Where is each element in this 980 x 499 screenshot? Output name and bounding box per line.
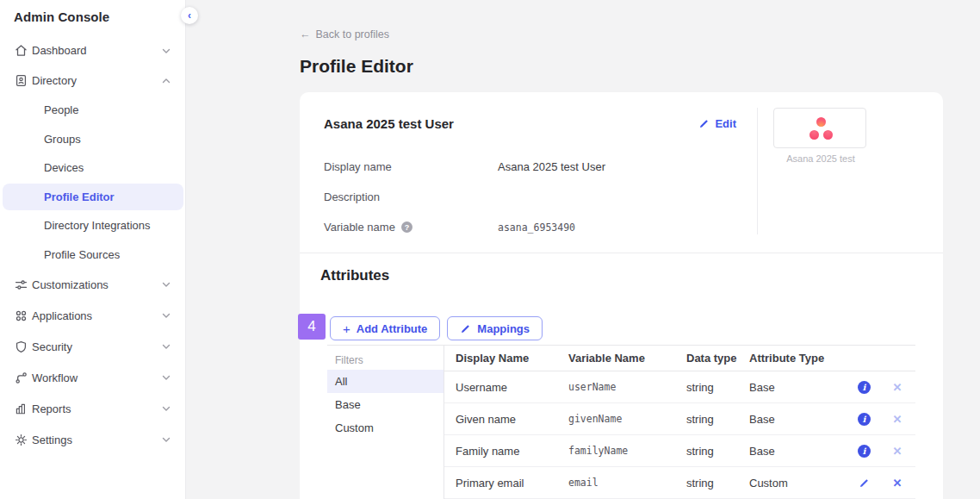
sidebar-nav: Dashboard Directory People Groups Device…: [0, 35, 185, 455]
sidebar-item-devices[interactable]: Devices: [0, 153, 185, 183]
sidebar-item-directory-integrations[interactable]: Directory Integrations: [0, 211, 185, 240]
edit-icon[interactable]: [859, 477, 870, 489]
sidebar-item-label: Devices: [44, 161, 84, 174]
sidebar-item-people[interactable]: People: [0, 96, 185, 125]
chevron-down-icon: [161, 403, 171, 414]
cell-attribute-type: Base: [749, 381, 848, 394]
column-header-display-name: Display Name: [456, 352, 568, 365]
info-icon[interactable]: i: [858, 413, 871, 426]
chevron-left-icon: ‹: [188, 10, 191, 21]
cell-variable-name: email: [568, 477, 686, 489]
sidebar-item-reports[interactable]: Reports: [0, 393, 185, 424]
field-label: Description: [324, 190, 498, 203]
sidebar-item-profile-sources[interactable]: Profile Sources: [0, 240, 185, 270]
sidebar-item-security[interactable]: Security: [0, 331, 185, 362]
cell-variable-name: familyName: [568, 445, 686, 457]
sidebar-item-label: Customizations: [32, 278, 161, 291]
pencil-icon: [698, 118, 710, 129]
cell-attribute-type: Custom: [749, 477, 848, 490]
table-row: Primary email email string Custom ✕: [444, 467, 915, 499]
chevron-down-icon: [161, 279, 171, 290]
remove-icon[interactable]: ✕: [893, 477, 902, 489]
cell-data-type: string: [686, 413, 749, 426]
back-link-label: Back to profiles: [316, 28, 389, 41]
cell-display-name: Given name: [456, 413, 568, 426]
plus-icon: +: [343, 322, 350, 335]
field-label: Variable name: [324, 221, 395, 234]
back-to-profiles-link[interactable]: ← Back to profiles: [300, 28, 389, 41]
sidebar-item-directory[interactable]: Directory: [0, 65, 185, 96]
pencil-icon: [460, 323, 471, 334]
home-icon: [13, 43, 28, 59]
cell-display-name: Username: [456, 381, 568, 394]
sidebar-item-settings[interactable]: Settings: [0, 424, 185, 455]
field-variable-name: Variable name ? asana_6953490: [324, 212, 736, 242]
column-header-attribute-type: Attribute Type: [749, 352, 848, 365]
filters-panel: Filters All Base Custom: [327, 346, 444, 499]
mappings-label: Mappings: [477, 322, 530, 335]
sidebar-item-label: Workflow: [32, 371, 161, 384]
app-title: Admin Console: [0, 0, 185, 24]
profile-summary: Asana 2025 test User Edit Display name A…: [300, 92, 943, 253]
sidebar-item-profile-editor[interactable]: Profile Editor: [3, 184, 183, 211]
table-row: Username userName string Base i ✕: [444, 371, 915, 403]
sidebar-item-dashboard[interactable]: Dashboard: [0, 35, 185, 65]
mappings-button[interactable]: Mappings: [447, 316, 543, 340]
cell-variable-name: givenName: [568, 413, 686, 425]
remove-icon[interactable]: ✕: [893, 446, 902, 457]
page-title: Profile Editor: [300, 55, 943, 77]
table-row: Family name familyName string Base i ✕: [444, 435, 915, 467]
add-attribute-button[interactable]: + Add Attribute: [330, 316, 440, 340]
sidebar-item-groups[interactable]: Groups: [0, 125, 185, 154]
profile-name-heading: Asana 2025 test User: [324, 116, 454, 131]
sidebar-item-label: Directory Integrations: [44, 219, 151, 232]
remove-icon[interactable]: ✕: [893, 414, 902, 425]
add-attribute-label: Add Attribute: [357, 322, 428, 335]
info-icon[interactable]: i: [858, 445, 871, 458]
cell-attribute-type: Base: [749, 413, 848, 426]
sidebar-item-label: Applications: [32, 309, 161, 322]
sidebar-item-label: Reports: [32, 402, 161, 415]
filter-all[interactable]: All: [327, 370, 443, 393]
chevron-down-icon: [161, 310, 171, 321]
cell-data-type: string: [686, 381, 749, 394]
asana-logo-dot: [809, 130, 819, 140]
chevron-down-icon: [161, 372, 171, 383]
edit-profile-button[interactable]: Edit: [698, 117, 736, 130]
attributes-table: Display Name Variable Name Data type Att…: [444, 346, 915, 499]
filter-base[interactable]: Base: [327, 393, 443, 416]
attributes-section: Attributes 4 + Add Attribute Mappings Fi…: [300, 253, 943, 499]
field-description: Description: [324, 182, 736, 212]
shield-icon: [13, 339, 28, 354]
asana-logo-dot: [823, 130, 833, 140]
help-icon[interactable]: ?: [401, 221, 412, 233]
sidebar-item-workflow[interactable]: Workflow: [0, 362, 185, 393]
cell-display-name: Primary email: [456, 477, 568, 490]
sidebar: Admin Console Dashboard Directory People…: [0, 0, 186, 499]
logo-caption: Asana 2025 test: [773, 153, 868, 164]
sliders-icon: [13, 277, 28, 292]
info-icon[interactable]: i: [858, 381, 871, 394]
workflow-icon: [13, 370, 28, 385]
sidebar-item-label: People: [44, 103, 78, 116]
chevron-down-icon: [161, 341, 171, 352]
sidebar-item-label: Directory: [32, 74, 161, 87]
sidebar-item-customizations[interactable]: Customizations: [0, 269, 185, 300]
sidebar-collapse-button[interactable]: ‹: [181, 7, 198, 24]
sidebar-item-applications[interactable]: Applications: [0, 300, 185, 331]
cell-display-name: Family name: [456, 445, 568, 458]
asana-logo: [773, 108, 866, 148]
gear-icon: [13, 432, 28, 447]
table-header-row: Display Name Variable Name Data type Att…: [444, 346, 915, 371]
remove-icon[interactable]: ✕: [893, 382, 902, 393]
sidebar-item-label: Security: [32, 340, 161, 353]
edit-label: Edit: [715, 117, 736, 130]
chevron-up-icon: [161, 76, 171, 86]
field-display-name: Display name Asana 2025 test User: [324, 152, 736, 182]
main-area: ← Back to profiles Profile Editor Asana …: [186, 0, 980, 499]
bar-chart-icon: [13, 401, 28, 416]
cell-data-type: string: [686, 477, 749, 490]
filter-custom[interactable]: Custom: [327, 416, 443, 440]
asana-logo-dot: [816, 117, 826, 127]
cell-data-type: string: [686, 445, 749, 458]
